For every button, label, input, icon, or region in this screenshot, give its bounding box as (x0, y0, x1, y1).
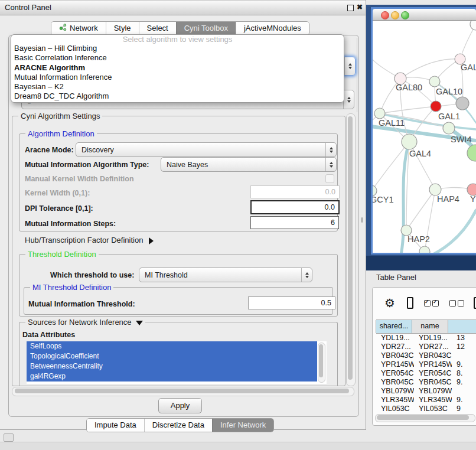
manual-kernel-label: Manual Kernel Width Definition (25, 175, 134, 183)
partial-column-icon[interactable] (474, 297, 476, 309)
kernel-width-label: Kernel Width (0,1): (25, 189, 90, 197)
threshold-definition-title: Threshold Definition (25, 250, 99, 259)
apply-button[interactable]: Apply (158, 398, 202, 413)
network-canvas[interactable]: GALGAL80GAL10GAL1GAL11SWI4GAL4GCY1HAP4YH… (373, 21, 476, 253)
list-scrollbar-thumb[interactable] (319, 344, 323, 377)
table-horizontal-scrollbar[interactable] (375, 414, 475, 422)
mi-threshold-field[interactable]: 0.5 (248, 296, 335, 309)
mi-steps-field[interactable]: 6 (250, 216, 339, 229)
kernel-width-field[interactable]: 0.0 (250, 185, 340, 198)
checked-pair-icon[interactable] (424, 300, 439, 306)
attribute-item-selfloops[interactable]: SelfLoops (27, 341, 317, 351)
network-node-label: HAP4 (437, 194, 459, 204)
network-edge[interactable] (406, 190, 435, 230)
unchecked-pair-icon[interactable] (449, 300, 464, 306)
table-row[interactable]: YBL079WYBL079W (376, 387, 476, 396)
table-cell: YLR345W (376, 396, 414, 405)
bottom-tab-strip: Impute DataDiscretize DataInfer Network (86, 418, 274, 432)
network-node-label: SWI4 (451, 135, 471, 144)
algorithm-option-basic-correlation-inference[interactable]: Basic Correlation Inference (11, 53, 344, 63)
table-row[interactable]: YBR045CYBR045C9. (376, 378, 476, 387)
mi-type-combobox[interactable]: Naive Bayes (161, 157, 337, 172)
settings-horizontal-scrollbar[interactable] (12, 387, 354, 396)
close-light-icon[interactable] (381, 11, 389, 19)
network-node-swi4[interactable] (443, 122, 455, 134)
dpi-tolerance-field[interactable]: 0.0 (250, 200, 340, 214)
tab-network[interactable]: Network (51, 22, 106, 35)
table-cell: YLR345W (414, 396, 452, 405)
table-row[interactable]: YDL19...YDL19...13 (376, 334, 476, 343)
column-header-cut[interactable] (448, 320, 476, 333)
combo-arrows-icon (325, 143, 336, 156)
network-edge[interactable] (433, 210, 476, 253)
network-node-gal10[interactable] (429, 76, 440, 87)
node-table: shared... name YDL19...YDL19...13YDR27..… (376, 319, 476, 412)
collapsed-arrow-icon (149, 237, 154, 244)
panel-splitter-handle[interactable] (361, 217, 363, 223)
tab-jactivemnodules[interactable]: jActiveMNodules (236, 22, 309, 35)
tab-impute-data[interactable]: Impute Data (87, 419, 144, 432)
network-node-label: GAL1 (438, 112, 460, 121)
algorithm-option-mutual-information-inference[interactable]: Mutual Information Inference (11, 73, 344, 82)
network-node-hap4[interactable] (429, 184, 441, 195)
algorithm-option-dream8-dc-tdc-algorithm[interactable]: Dream8 DC_TDC Algorithm (11, 92, 344, 101)
table-cell: YER054C (414, 369, 452, 378)
table-row[interactable]: YPR145WYPR145W9. (376, 360, 476, 369)
close-icon[interactable]: ✖ (357, 3, 363, 11)
algorithm-option-aracne-algorithm[interactable]: ARACNE Algorithm (11, 63, 344, 73)
control-panel-titlebar[interactable]: Control Panel ✖ (0, 0, 366, 15)
network-node-label: HAP2 (407, 234, 430, 244)
network-edge[interactable] (380, 106, 436, 113)
network-node-y[interactable] (467, 184, 476, 195)
tab-style[interactable]: Style (106, 22, 139, 35)
settings-vscroll-thumb[interactable] (348, 116, 353, 380)
attribute-item-gal4rgexp[interactable]: gal4RGexp (27, 371, 317, 381)
network-node-gal1[interactable] (431, 101, 441, 112)
table-row[interactable]: YLR345WYLR345W9. (376, 396, 476, 405)
attribute-item-topologicalcoefficient[interactable]: TopologicalCoefficient (27, 351, 317, 361)
table-cell (452, 351, 476, 360)
table-row[interactable]: YER054CYER054C8. (376, 369, 476, 378)
split-columns-icon[interactable] (407, 297, 413, 309)
column-header-name[interactable]: name (412, 320, 448, 333)
network-node[interactable] (467, 145, 476, 161)
table-row[interactable]: YBR043CYBR043C (376, 351, 476, 360)
settings-vertical-scrollbar[interactable] (346, 113, 356, 386)
network-node-gal4[interactable] (402, 134, 417, 149)
expanded-arrow-icon (136, 321, 143, 325)
tab-discretize-data[interactable]: Discretize Data (144, 419, 212, 432)
mi-threshold-group-title: MI Threshold Definition (30, 283, 113, 292)
manual-kernel-checkbox[interactable] (325, 174, 334, 183)
sources-group-title: Sources for Network Inference (25, 318, 145, 327)
network-node-gal11[interactable] (374, 108, 385, 119)
network-window-titlebar[interactable] (373, 9, 476, 21)
control-panel-window: Control Panel ✖ NetworkStyleSelectCyni T… (0, 0, 366, 430)
data-attributes-label: Data Attributes (22, 331, 75, 339)
data-attributes-list[interactable]: SelfLoopsTopologicalCoefficientBetweenne… (27, 341, 327, 384)
attribute-item-betweennesscentrality[interactable]: BetweennessCentrality (27, 361, 317, 371)
zoom-light-icon[interactable] (401, 11, 409, 19)
algorithm-option-bayesian-k2[interactable]: Bayesian – K2 (11, 82, 344, 92)
table-hscroll-thumb[interactable] (377, 415, 469, 420)
which-threshold-combobox[interactable]: MI Threshold (139, 268, 312, 282)
algorithm-option-bayesian-hill-climbing[interactable]: Bayesian – Hill Climbing (11, 44, 344, 53)
panel-grip-icon[interactable] (4, 433, 14, 442)
network-window[interactable]: GALGAL80GAL10GAL1GAL11SWI4GAL4GCY1HAP4YH… (371, 7, 476, 255)
table-row[interactable]: YDR27...YDR27...12 (376, 343, 476, 351)
settings-hscroll-thumb[interactable] (15, 389, 349, 393)
table-cell: YBR045C (376, 378, 414, 387)
tab-select[interactable]: Select (139, 22, 176, 35)
tab-infer-network[interactable]: Infer Network (212, 419, 273, 432)
minimize-light-icon[interactable] (391, 11, 399, 19)
gear-icon[interactable]: ⚙ (384, 296, 395, 310)
network-edge[interactable] (400, 59, 460, 79)
column-header-shared[interactable]: shared... (376, 320, 412, 333)
network-node[interactable] (470, 21, 476, 30)
aracne-mode-combobox[interactable]: Discovery (76, 142, 337, 157)
tab-cyni-toolbox[interactable]: Cyni Toolbox (176, 22, 236, 35)
network-node[interactable] (456, 97, 469, 110)
list-scrollbar[interactable] (318, 343, 325, 383)
hub-section-toggle[interactable]: Hub/Transcription Factor Definition (25, 236, 154, 244)
table-row[interactable]: YIL053CYIL053C9 (376, 405, 476, 412)
float-icon[interactable] (347, 5, 354, 11)
